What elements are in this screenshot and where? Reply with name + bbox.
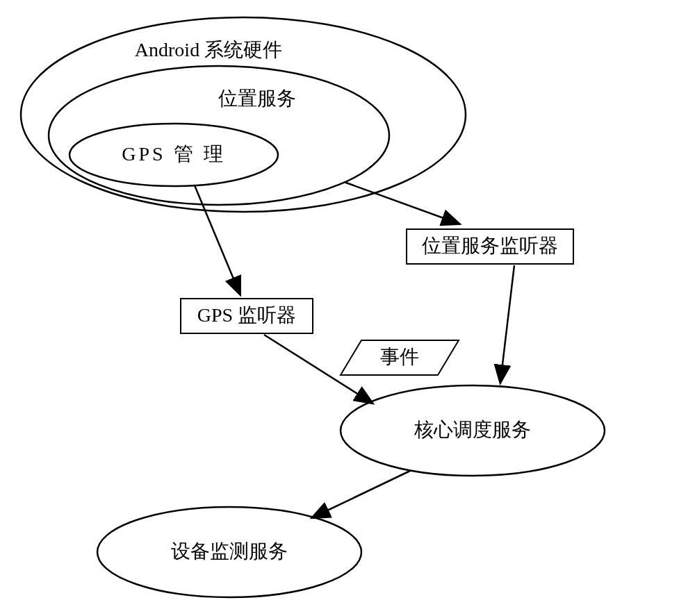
event-label: 事件: [380, 346, 419, 367]
monitor-service-label: 设备监测服务: [171, 540, 288, 562]
location-listener-label: 位置服务监听器: [422, 235, 558, 256]
core-service-label: 核心调度服务: [414, 419, 531, 440]
arrow-location-to-listener: [344, 182, 459, 224]
arrow-core-to-monitor: [313, 471, 410, 517]
architecture-diagram: Android 系统硬件 位置服务 GPS 管 理 位置服务监听器 GPS 监听…: [0, 0, 695, 616]
arrow-gps-to-listener: [195, 185, 240, 294]
location-service-ellipse: [49, 66, 389, 205]
android-hardware-label: Android 系统硬件: [135, 39, 282, 60]
location-service-label: 位置服务: [218, 88, 296, 109]
gps-listener-label: GPS 监听器: [197, 304, 296, 326]
arrow-loclistener-to-core: [500, 265, 514, 382]
gps-manager-label: GPS 管 理: [122, 143, 225, 165]
